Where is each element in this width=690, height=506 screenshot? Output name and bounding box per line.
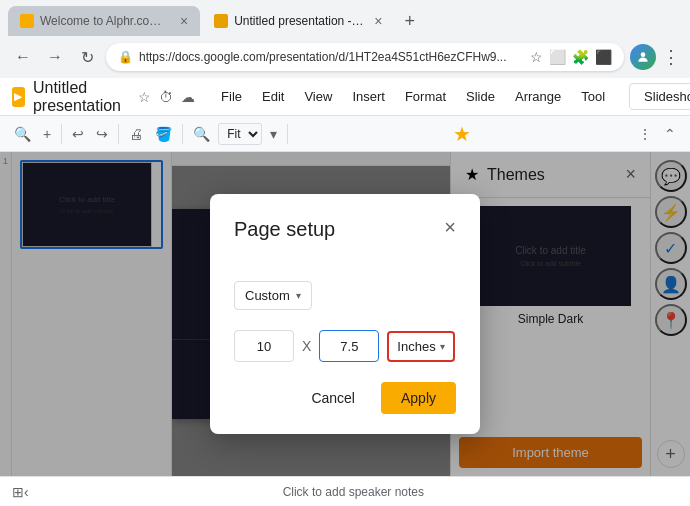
browser-menu-icon[interactable]: ⋮ [662, 46, 680, 68]
preset-dropdown[interactable]: Custom ▾ [234, 281, 312, 310]
menu-view[interactable]: View [296, 85, 340, 108]
dialog-overlay: Page setup × Custom ▾ X Inches [0, 152, 690, 476]
speaker-notes-text: Click to add speaker notes [29, 485, 678, 499]
more-options-btn[interactable]: ⋮ [634, 123, 656, 145]
extensions-puzzle-icon[interactable]: ⬛ [595, 49, 612, 65]
slideshow-btn-group: Slideshow ▾ [629, 83, 690, 110]
cancel-button[interactable]: Cancel [295, 382, 371, 414]
print-btn[interactable]: 🖨 [125, 123, 147, 145]
plus-icon-btn[interactable]: + [39, 123, 55, 145]
forward-button[interactable]: → [42, 44, 68, 70]
app-toolbar: ▶ Untitled presentation ☆ ⏱ ☁ File Edit … [0, 78, 690, 116]
menu-arrange[interactable]: Arrange [507, 85, 569, 108]
app-menu: File Edit View Insert Format Slide Arran… [213, 85, 613, 108]
svg-point-0 [641, 52, 646, 57]
menu-insert[interactable]: Insert [344, 85, 393, 108]
zoom-select[interactable]: Fit [218, 123, 262, 145]
app-logo: ▶ [12, 87, 25, 107]
browser-chrome: Welcome to Alphr.com - Google ... × Unti… [0, 0, 690, 78]
dialog-preset-row: Custom ▾ [234, 281, 456, 310]
toolbar-divider-1 [61, 124, 62, 144]
app-title-row: ▶ Untitled presentation ☆ ⏱ ☁ [12, 79, 197, 115]
tab2-label: Untitled presentation - Google S... [234, 14, 364, 28]
cloud-icon[interactable]: ☁ [179, 87, 197, 107]
zoom-dropdown[interactable]: ▾ [266, 123, 281, 145]
slideshow-button[interactable]: Slideshow [629, 83, 690, 110]
menu-tool[interactable]: Tool [573, 85, 613, 108]
tab1-favicon [20, 14, 34, 28]
unit-dropdown[interactable]: Inches ▾ [387, 331, 454, 362]
unit-label: Inches [397, 339, 435, 354]
unit-arrow-icon: ▾ [440, 341, 445, 352]
page-setup-dialog: Page setup × Custom ▾ X Inches [210, 194, 480, 434]
back-button[interactable]: ← [10, 44, 36, 70]
toolbar-divider-4 [287, 124, 288, 144]
toolbar-divider-2 [118, 124, 119, 144]
dialog-dimensions-row: X Inches ▾ [234, 330, 456, 362]
menu-edit[interactable]: Edit [254, 85, 292, 108]
tab1-label: Welcome to Alphr.com - Google ... [40, 14, 170, 28]
star-icon[interactable]: ☆ [136, 87, 153, 107]
app-area: ▶ Untitled presentation ☆ ⏱ ☁ File Edit … [0, 78, 690, 506]
title-icons: ☆ ⏱ ☁ [136, 87, 197, 107]
undo-btn[interactable]: ↩ [68, 123, 88, 145]
menu-file[interactable]: File [213, 85, 250, 108]
address-input[interactable]: 🔒 https://docs.google.com/presentation/d… [106, 43, 624, 71]
tab-bar: Welcome to Alphr.com - Google ... × Unti… [0, 0, 690, 36]
preset-arrow-icon: ▾ [296, 290, 301, 301]
toolbar-divider-3 [182, 124, 183, 144]
collapse-panel-btn[interactable]: ⌃ [660, 123, 680, 145]
menu-slide[interactable]: Slide [458, 85, 503, 108]
dimensions-inputs: X Inches ▾ [234, 330, 455, 362]
extension-icon[interactable]: 🧩 [572, 49, 589, 65]
tab2-favicon [214, 14, 228, 28]
themes-star-icon: ★ [453, 122, 471, 146]
dialog-title: Page setup [234, 218, 335, 241]
grid-view-icon[interactable]: ⊞ [12, 484, 24, 500]
redo-btn[interactable]: ↪ [92, 123, 112, 145]
zoom-out-btn[interactable]: 🔍 [189, 123, 214, 145]
new-tab-button[interactable]: + [396, 9, 423, 34]
width-input[interactable] [234, 330, 294, 362]
profile-avatar[interactable] [630, 44, 656, 70]
cast-icon[interactable]: ⬜ [549, 49, 566, 65]
tab2-close-icon[interactable]: × [374, 13, 382, 29]
bottom-bar: ⊞ ‹ Click to add speaker notes [0, 476, 690, 506]
dialog-close-button[interactable]: × [444, 216, 456, 239]
paintbucket-btn[interactable]: 🪣 [151, 123, 176, 145]
preset-label: Custom [245, 288, 290, 303]
search-icon-btn[interactable]: 🔍 [10, 123, 35, 145]
height-input[interactable] [319, 330, 379, 362]
address-bar-row: ← → ↻ 🔒 https://docs.google.com/presenta… [0, 36, 690, 78]
menu-format[interactable]: Format [397, 85, 454, 108]
dialog-actions: Cancel Apply [234, 382, 456, 414]
address-icons: ☆ ⬜ 🧩 ⬛ [530, 49, 612, 65]
secondary-toolbar: 🔍 + ↩ ↪ 🖨 🪣 🔍 Fit ▾ ★ ⋮ ⌃ [0, 116, 690, 152]
main-content: 1 Click to add title Click to add subtit… [0, 152, 690, 476]
bookmark-icon[interactable]: ☆ [530, 49, 543, 65]
app-title: Untitled presentation [33, 79, 128, 115]
refresh-button[interactable]: ↻ [74, 44, 100, 70]
tab-1[interactable]: Welcome to Alphr.com - Google ... × [8, 6, 200, 36]
dimensions-x-label: X [302, 338, 311, 354]
apply-button[interactable]: Apply [381, 382, 456, 414]
history-icon[interactable]: ⏱ [157, 87, 175, 107]
address-text: https://docs.google.com/presentation/d/1… [139, 50, 524, 64]
tab-2[interactable]: Untitled presentation - Google S... × [202, 6, 394, 36]
tab1-close-icon[interactable]: × [180, 13, 188, 29]
